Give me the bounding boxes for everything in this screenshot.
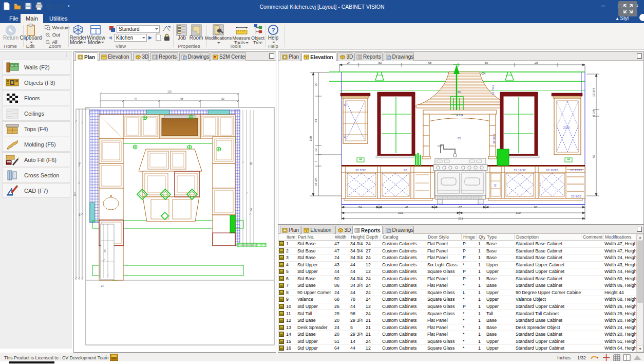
- reports-pane-maximize[interactable]: [637, 227, 642, 232]
- tab-main[interactable]: Main: [21, 14, 43, 23]
- measure-tools-icon[interactable]: [235, 26, 248, 35]
- column-header-width[interactable]: Width: [333, 234, 349, 241]
- elevation-tab-drawings[interactable]: Drawings: [384, 52, 414, 61]
- minimize-button[interactable]: ─: [601, 3, 605, 9]
- crosshair-icon[interactable]: [602, 354, 610, 361]
- view-next-arrow[interactable]: ▶: [148, 35, 152, 40]
- zoom-window-button[interactable]: Window: [45, 25, 69, 30]
- table-row-2[interactable]: 2Std Base4734 3/427Custom CabinetsFlat P…: [278, 248, 636, 255]
- elevation-tab-3d[interactable]: 3D: [337, 52, 353, 61]
- column-header-partno[interactable]: Part No.: [296, 234, 333, 241]
- table-row-15[interactable]: 15Std Upper511424Custom CabinetsSquare G…: [278, 338, 636, 345]
- sidebar-item-molding[interactable]: Molding (F5): [2, 137, 70, 152]
- scale-label[interactable]: 1/32: [577, 355, 586, 360]
- column-header-catalog[interactable]: Catalog: [381, 234, 426, 241]
- modifications-icon[interactable]: [213, 24, 224, 35]
- table-row-16[interactable]: 16Std Upper644412Custom CabinetsSquare G…: [278, 345, 636, 352]
- table-row-4[interactable]: 4Std Upper434412Custom CabinetsSix Light…: [278, 262, 636, 269]
- sidebar-handle[interactable]: ⋮: [64, 53, 69, 58]
- pan-icon[interactable]: [591, 354, 599, 361]
- plan-pane-maximize[interactable]: [269, 53, 274, 59]
- plan-tab-s2mcenter[interactable]: S2M Center: [211, 52, 246, 61]
- room-icon[interactable]: [191, 24, 202, 36]
- elevation-tab-reports[interactable]: Reports: [354, 52, 383, 61]
- elevation-pane-maximize[interactable]: [637, 53, 642, 59]
- reports-tab-elevation[interactable]: Elevation: [301, 226, 334, 234]
- application-window: ▾ Commercial Kitchen.cvj [Layout] - CABI…: [0, 0, 644, 364]
- expand-overlay-icon[interactable]: [618, 1, 637, 16]
- column-header-depth[interactable]: Depth: [365, 234, 381, 241]
- panes-icon[interactable]: [623, 354, 631, 361]
- sidebar-item-tops[interactable]: Tops (F4): [2, 121, 70, 136]
- elevation-canvas[interactable]: 245068502824120204412734 3/410 3/45 3/46…: [278, 61, 643, 224]
- sidebar-item-ceilings[interactable]: Ceilings: [2, 106, 70, 121]
- job-icon[interactable]: [176, 24, 187, 36]
- reports-tab-3d[interactable]: 3D: [335, 226, 351, 234]
- tab-utilities[interactable]: Utilities: [44, 14, 72, 23]
- table-row-14[interactable]: 14Std Base2029 3/421Custom CabinetsFlat …: [278, 331, 636, 338]
- reports-scrollbar[interactable]: ▲ ▼: [636, 234, 643, 352]
- sidebar-item-walls[interactable]: Walls (F2): [2, 60, 70, 75]
- sidebar-item-floors[interactable]: Floors: [2, 90, 70, 105]
- table-row-12[interactable]: 12Std Base2029 3/421Custom CabinetsFlat …: [278, 317, 636, 324]
- column-header-doorstyle[interactable]: Door Style: [426, 234, 462, 241]
- grid-icon[interactable]: [613, 354, 620, 361]
- table-row-13[interactable]: 13Desk Spreader24521Custom CabinetsFlat …: [278, 324, 636, 332]
- cabinet-status-icon[interactable]: [110, 354, 118, 361]
- perspective-icon[interactable]: [162, 25, 171, 32]
- room-button[interactable]: Room: [186, 36, 206, 41]
- sidebar-item-crosssection[interactable]: Cross Section: [2, 168, 70, 183]
- resize-triangle[interactable]: [634, 355, 641, 360]
- view-prev-arrow[interactable]: ◀: [108, 35, 112, 40]
- column-header-item[interactable]: Item: [285, 234, 296, 241]
- reports-tab-plan[interactable]: Plan: [280, 226, 300, 234]
- lock-icon[interactable]: [164, 33, 170, 41]
- plan-tab-elevation[interactable]: Elevation: [99, 52, 132, 61]
- table-row-6[interactable]: 6Std Base6034 3/424Custom CabinetsFlat P…: [278, 276, 636, 283]
- plan-tab-drawings[interactable]: Drawings: [179, 52, 210, 61]
- table-row-7[interactable]: 7Std Base8634 3/424Custom CabinetsFlat P…: [278, 282, 636, 289]
- table-row-9[interactable]: 9Valance687824Custom CabinetsSquare Glas…: [278, 296, 636, 303]
- room-combo[interactable]: Kitchen: [114, 34, 147, 42]
- column-header-hinge[interactable]: Hinge: [462, 234, 477, 241]
- column-header-qty[interactable]: Qty: [477, 234, 485, 241]
- object-tree-icon[interactable]: [253, 24, 263, 36]
- table-row-8[interactable]: 890 Upper Corner244424Custom CabinetsSqu…: [278, 289, 636, 297]
- render-mode-button[interactable]: RenderMode: [69, 36, 87, 45]
- plan-pane: PlanElevation3DReportsDrawingsS2M Center: [73, 51, 276, 353]
- table-row-3[interactable]: 3Std Base2434 3/424Custom CabinetsFlat P…: [278, 254, 636, 262]
- column-header-height[interactable]: Height: [349, 234, 365, 241]
- table-row-1[interactable]: 1Std Base4734 3/424Custom CabinetsFlat P…: [278, 241, 636, 248]
- column-header-modifications[interactable]: Modifications: [603, 234, 636, 241]
- units-label[interactable]: Inches: [557, 355, 571, 360]
- style-icon[interactable]: [639, 14, 644, 21]
- return-button[interactable]: Return: [1, 36, 21, 41]
- plan-tab-3d[interactable]: 3D: [133, 52, 149, 61]
- column-header-type[interactable]: Type: [485, 234, 515, 241]
- render-style-combo[interactable]: Standard: [117, 25, 160, 33]
- window-mode-button[interactable]: WindowMode: [86, 36, 106, 45]
- scroll-down-arrow[interactable]: ▼: [637, 345, 643, 352]
- help-icon[interactable]: ?: [268, 24, 279, 35]
- sidebar-item-objects[interactable]: Objects (F3): [2, 75, 70, 90]
- column-header-description[interactable]: Description: [515, 234, 581, 241]
- sidebar-item-autofill[interactable]: Auto Fill (F6): [2, 152, 70, 167]
- render-mode-icon[interactable]: [72, 24, 84, 35]
- plan-tab-plan[interactable]: Plan: [75, 52, 98, 61]
- new-view-icon[interactable]: [155, 33, 162, 41]
- window-mode-icon[interactable]: [90, 24, 101, 35]
- scroll-up-arrow[interactable]: ▲: [637, 234, 643, 241]
- plan-canvas[interactable]: 110476850120474486442434: [74, 61, 276, 352]
- zoom-out-button[interactable]: Out: [45, 32, 60, 38]
- elevation-tab-plan[interactable]: Plan: [280, 52, 300, 61]
- svg-text:24: 24: [347, 61, 351, 64]
- plan-tab-reports[interactable]: Reports: [150, 52, 178, 61]
- sidebar-item-cad[interactable]: CAD (F7): [2, 183, 70, 198]
- column-header-comment[interactable]: Comment: [581, 234, 603, 241]
- table-row-11[interactable]: 11Std Tall299824Custom CabinetsSquare Gl…: [278, 311, 636, 318]
- elevation-tab-elevation[interactable]: Elevation: [301, 52, 336, 61]
- reports-tab-reports[interactable]: Reports: [352, 226, 383, 234]
- table-row-10[interactable]: 10Std Upper264412Custom CabinetsSquare G…: [278, 303, 636, 311]
- reports-tab-drawings[interactable]: Drawings: [384, 226, 414, 234]
- table-row-5[interactable]: 5Std Upper444412Custom CabinetsSquare Gl…: [278, 268, 636, 276]
